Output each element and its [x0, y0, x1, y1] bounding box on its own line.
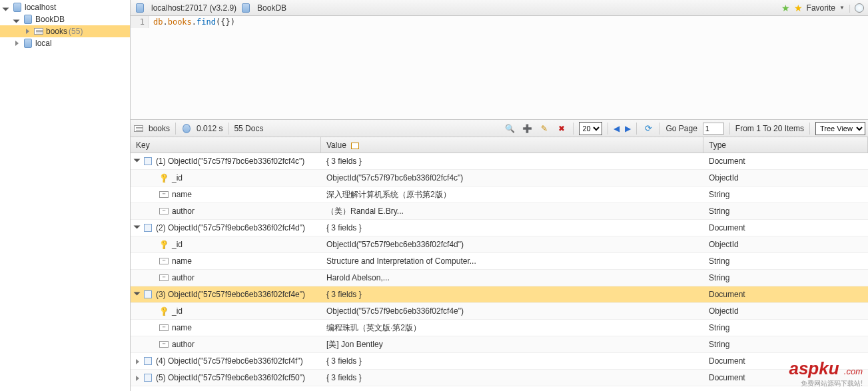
tree-db-local[interactable]: local: [0, 37, 130, 49]
result-toolbar: books 0.012 s 55 Docs 🔍 ➕ ✎ ✖ 20 ◀ ▶ ⟳ G…: [131, 120, 868, 137]
result-row[interactable]: 🔑_idObjectId("57c57f97bc6eb336f02fcf4c")…: [131, 170, 868, 187]
sidebar: localhost BookDB books (55) local: [0, 0, 131, 391]
dropdown-icon[interactable]: ▼: [839, 5, 845, 11]
code-db: db: [153, 17, 163, 27]
chevron-down-icon[interactable]: [135, 157, 143, 166]
watermark: aspku .com 免费网站源码下载站!: [789, 358, 863, 388]
result-collection: books: [149, 124, 170, 133]
chevron-down-icon[interactable]: [13, 15, 21, 23]
server-icon: [12, 2, 23, 13]
edit-document-button[interactable]: ✎: [538, 123, 550, 135]
column-key[interactable]: Key: [131, 137, 321, 153]
field-icon: "": [159, 206, 169, 216]
cell-value: Structure and Interpretation of Computer…: [321, 256, 703, 266]
column-type[interactable]: Type: [703, 137, 868, 153]
cell-value: { 3 fields }: [321, 373, 703, 382]
tree-host[interactable]: localhost: [0, 1, 130, 13]
cell-key-text: name: [172, 323, 192, 332]
result-row[interactable]: ""name深入理解计算机系统（原书第2版）String: [131, 187, 868, 203]
tree-collection-books[interactable]: books (55): [0, 25, 130, 37]
result-row[interactable]: ""authorHarold Abelson,...String: [131, 270, 868, 286]
clock-icon: [181, 123, 192, 134]
field-icon: "": [159, 256, 169, 266]
view-document-button[interactable]: 🔍: [504, 123, 516, 135]
result-time: 0.012 s: [197, 124, 222, 133]
cell-type: String: [703, 340, 868, 349]
connection-label: localhost:27017 (v3.2.9): [151, 3, 236, 13]
globe-icon[interactable]: [855, 3, 864, 13]
edit-icon: [351, 143, 359, 149]
field-icon: "": [159, 190, 169, 199]
document-icon: [143, 290, 153, 299]
next-page-button[interactable]: ▶: [625, 124, 631, 133]
result-row[interactable]: (4) ObjectId("57c57f9ebc6eb336f02fcf4f")…: [131, 353, 868, 370]
cell-type: Document: [703, 290, 868, 299]
result-row[interactable]: (2) ObjectId("57c57f9ebc6eb336f02fcf4d")…: [131, 220, 868, 236]
chevron-right-icon[interactable]: [24, 27, 32, 35]
cell-key-text: author: [172, 206, 195, 216]
chevron-down-icon[interactable]: [135, 290, 143, 299]
chevron-right-icon[interactable]: [13, 39, 21, 47]
cell-type: Document: [703, 223, 868, 232]
cell-key: 🔑_id: [131, 173, 321, 183]
prev-page-button[interactable]: ◀: [614, 124, 620, 133]
code-collection: books: [168, 17, 192, 27]
chevron-down-icon[interactable]: [3, 3, 11, 11]
result-row[interactable]: ""name编程珠玑（英文版·第2版）String: [131, 320, 868, 336]
cell-key-text: author: [172, 340, 195, 349]
document-icon: [143, 157, 153, 166]
favorite-label[interactable]: Favorite: [807, 3, 835, 13]
result-row[interactable]: 🔑_idObjectId("57c57f9ebc6eb336f02fcf4d")…: [131, 236, 868, 253]
collection-icon: [133, 123, 144, 134]
cell-key: ""name: [131, 323, 321, 332]
go-page-input[interactable]: [703, 123, 724, 135]
watermark-sub: 免费网站源码下载站!: [789, 379, 863, 388]
result-row[interactable]: (3) ObjectId("57c57f9ebc6eb336f02fcf4e")…: [131, 286, 868, 303]
document-icon: [143, 223, 153, 232]
view-mode-select[interactable]: Tree View: [815, 122, 865, 135]
result-row[interactable]: ""nameStructure and Interpretation of Co…: [131, 253, 868, 270]
cell-value: 深入理解计算机系统（原书第2版）: [321, 189, 703, 200]
cell-value: { 3 fields }: [321, 223, 703, 232]
cell-type: Document: [703, 157, 868, 166]
cell-key-text: (5) ObjectId("57c57f9ebc6eb336f02fcf50"): [156, 373, 305, 382]
cell-type: ObjectId: [703, 173, 868, 183]
tree-collection-label: books: [46, 27, 67, 36]
cell-value: { 3 fields }: [321, 157, 703, 166]
cell-key: (1) ObjectId("57c57f97bc6eb336f02fcf4c"): [131, 157, 321, 166]
tree-db-bookdb[interactable]: BookDB: [0, 13, 130, 25]
key-icon: 🔑: [159, 173, 169, 183]
delete-document-button[interactable]: ✖: [556, 123, 568, 135]
page-size-select[interactable]: 20: [579, 122, 602, 135]
star-add-icon[interactable]: ★: [781, 3, 790, 13]
cell-key-text: _id: [172, 173, 183, 183]
query-editor[interactable]: 1 db.books.find({}): [131, 16, 868, 120]
code-line[interactable]: db.books.find({}): [149, 16, 235, 28]
cell-key-text: name: [172, 190, 192, 199]
field-icon: "": [159, 273, 169, 282]
chevron-down-icon[interactable]: [135, 223, 143, 232]
column-value[interactable]: Value: [321, 137, 703, 153]
star-icon[interactable]: ★: [794, 3, 803, 13]
result-row[interactable]: ""author[美] Jon BentleyString: [131, 336, 868, 353]
code-args: ({}): [216, 17, 235, 27]
result-row[interactable]: ""author（美）Randal E.Bry...String: [131, 203, 868, 220]
cell-value: ObjectId("57c57f9ebc6eb336f02fcf4d"): [321, 240, 703, 249]
result-body[interactable]: (1) ObjectId("57c57f97bc6eb336f02fcf4c")…: [131, 153, 868, 391]
result-header: Key Value Type: [131, 137, 868, 153]
chevron-right-icon[interactable]: [135, 356, 143, 366]
line-number: 1: [131, 16, 149, 28]
cell-key-text: (3) ObjectId("57c57f9ebc6eb336f02fcf4e"): [156, 290, 305, 299]
tree-collection-count: (55): [69, 27, 83, 36]
cell-type: String: [703, 256, 868, 266]
result-row[interactable]: (5) ObjectId("57c57f9ebc6eb336f02fcf50")…: [131, 370, 868, 386]
result-row[interactable]: (1) ObjectId("57c57f97bc6eb336f02fcf4c")…: [131, 153, 868, 170]
cell-type: String: [703, 323, 868, 332]
chevron-right-icon[interactable]: [135, 373, 143, 382]
cell-value: { 3 fields }: [321, 290, 703, 299]
add-document-button[interactable]: ➕: [521, 123, 533, 135]
cell-key-text: (2) ObjectId("57c57f9ebc6eb336f02fcf4d"): [156, 223, 305, 232]
result-row[interactable]: 🔑_idObjectId("57c57f9ebc6eb336f02fcf4e")…: [131, 303, 868, 320]
refresh-button[interactable]: ⟳: [642, 123, 654, 135]
cell-key: (5) ObjectId("57c57f9ebc6eb336f02fcf50"): [131, 373, 321, 382]
